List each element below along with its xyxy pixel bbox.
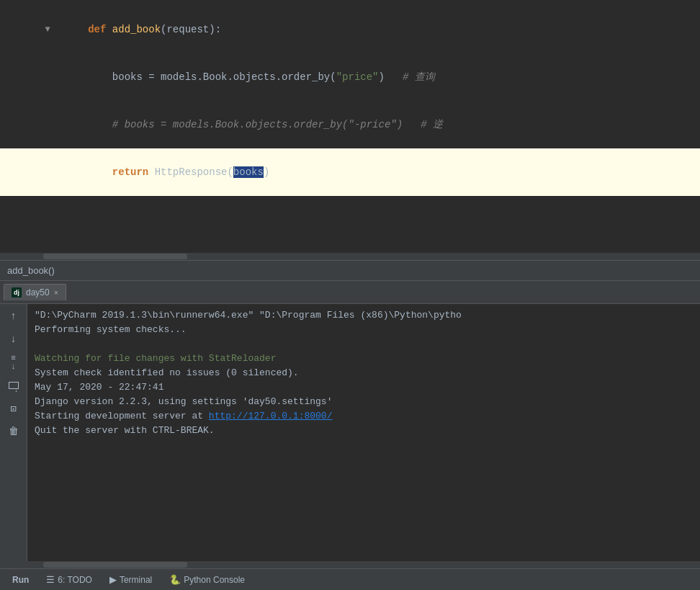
terminal-icon: ▶: [109, 574, 117, 585]
sort-button[interactable]: ≡↓: [4, 353, 23, 372]
todo-icon: ☰: [46, 574, 55, 585]
code-content-1: def add_book(request):: [40, 6, 221, 53]
server-url-link[interactable]: http://127.0.0.1:8000/: [209, 411, 333, 421]
comment-3: # books = models.Book.objects.order_by("…: [88, 119, 443, 130]
print-button[interactable]: ⊡: [4, 399, 23, 418]
close-paren-4: ): [264, 166, 269, 178]
code-hscrollbar[interactable]: [0, 253, 700, 260]
run-tab-close[interactable]: ×: [54, 288, 58, 297]
code-content-3: # books = models.Book.objects.order_by("…: [40, 101, 443, 148]
line-gutter-1: ▼: [0, 6, 40, 53]
string-price: "price": [336, 71, 379, 83]
code-content-2: books = models.Book.objects.order_by("pr…: [40, 53, 435, 101]
code-line-2: books = models.Book.objects.order_by("pr…: [0, 53, 700, 101]
output-line-2: Performing system checks...: [35, 323, 693, 337]
terminal-button[interactable]: ▶ Terminal: [101, 571, 161, 588]
run-sidebar: ↑ ↓ ≡↓ ↓ ⊡ 🗑: [0, 304, 27, 561]
code-scroll-track: [43, 254, 187, 259]
run-output: "D:\PyCharm 2019.1.3\bin\runnerw64.exe" …: [27, 304, 700, 561]
scroll-up-button[interactable]: ↑: [4, 307, 23, 326]
code-content-4: return HttpResponse(books): [40, 148, 269, 196]
scroll-down-button[interactable]: ↓: [4, 330, 23, 349]
todo-label: 6: TODO: [58, 575, 92, 585]
collapse-icon-1: ▼: [45, 24, 50, 35]
output-line-9: Quit the server with CTRL-BREAK.: [35, 424, 693, 438]
selected-books: books: [233, 166, 264, 178]
code-line-1: ▼ def add_book(request):: [0, 6, 700, 53]
run-panel: dj day50 × ↑ ↓ ≡↓ ↓ ⊡ 🗑 "D:\PyCharm 2019…: [0, 281, 700, 568]
run-hscrollbar[interactable]: [0, 561, 700, 568]
comment-2: # 查询: [403, 71, 435, 83]
bottom-toolbar: Run ☰ 6: TODO ▶ Terminal 🐍 Python Consol…: [0, 568, 700, 590]
clear-button[interactable]: 🗑: [4, 422, 23, 441]
code-line-3: # books = models.Book.objects.order_by("…: [0, 101, 700, 148]
output-line-5: System check identified no issues (0 sil…: [35, 366, 693, 380]
keyword-def: def: [88, 24, 112, 35]
code-editor: ▼ def add_book(request): books = models.…: [0, 0, 700, 281]
python-icon: 🐍: [169, 574, 181, 585]
django-icon: dj: [12, 287, 22, 298]
output-line-3: [35, 337, 693, 352]
output-line-1: "D:\PyCharm 2019.1.3\bin\runnerw64.exe" …: [35, 308, 693, 323]
run-tab-label: day50: [26, 287, 50, 298]
output-line-4: Watching for file changes with StatReloa…: [35, 352, 693, 366]
terminal-label: Terminal: [120, 575, 152, 585]
python-console-label: Python Console: [184, 575, 245, 585]
run-tab-day50[interactable]: dj day50 ×: [4, 284, 66, 300]
function-name: add_book: [112, 24, 161, 35]
breadcrumb-bar: add_book(): [0, 260, 700, 280]
keyword-return: return: [112, 166, 155, 178]
todo-button[interactable]: ☰ 6: TODO: [37, 571, 101, 588]
run-scroll-track: [43, 562, 187, 568]
code-var-2: books = models.Book.objects.order_by(: [88, 71, 336, 83]
python-console-button[interactable]: 🐍 Python Console: [161, 571, 253, 588]
output-line-6: May 17, 2020 - 22:47:41: [35, 380, 693, 395]
output-line-8: Starting development server at http://12…: [35, 409, 693, 424]
layout-button[interactable]: ↓: [4, 376, 23, 395]
breadcrumb-text: add_book(): [7, 265, 55, 276]
paren-close-2: ): [379, 71, 403, 83]
run-content-area: ↑ ↓ ≡↓ ↓ ⊡ 🗑 "D:\PyCharm 2019.1.3\bin\ru…: [0, 304, 700, 561]
http-response-fn: HttpResponse(: [155, 166, 233, 178]
code-line-4: return HttpResponse(books): [0, 148, 700, 196]
code-area: ▼ def add_book(request): books = models.…: [0, 0, 700, 253]
params: (request):: [161, 24, 221, 35]
output-line-7: Django version 2.2.3, using settings 'da…: [35, 395, 693, 409]
run-label[interactable]: Run: [4, 572, 37, 588]
indent-4: [88, 166, 112, 178]
run-tabs: dj day50 ×: [0, 281, 700, 304]
